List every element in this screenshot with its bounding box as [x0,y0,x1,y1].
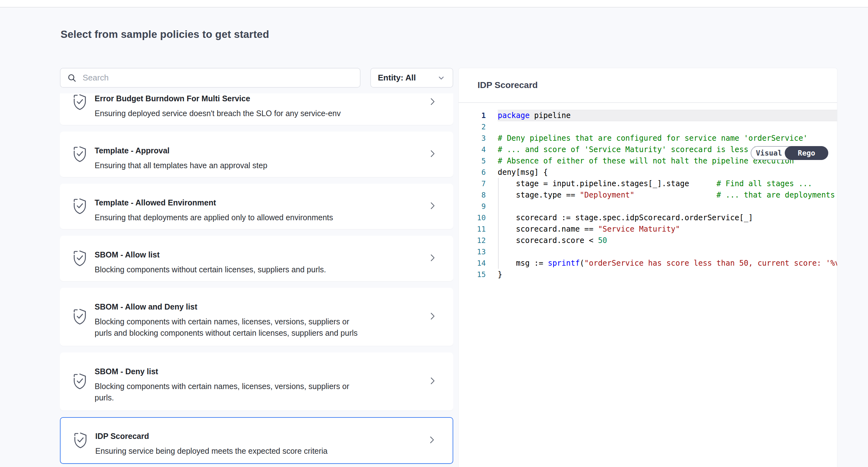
policy-card-title: IDP Scorecard [95,431,421,441]
line-number: 13 [459,246,486,258]
search-box [60,68,361,88]
policy-card-title: SBOM - Allow and Deny list [95,302,422,312]
code-line-content: msg := sprintf("orderService has score l… [498,258,837,269]
code-line-content: deny[msg] { [498,167,837,178]
policy-card[interactable]: IDP ScorecardEnsuring service being depl… [60,417,453,464]
policy-card-title: SBOM - Deny list [95,366,422,376]
code-line-content [498,246,837,258]
chevron-right-icon [427,311,437,322]
code-line-content: package pipeline [498,110,837,121]
policy-card-description: Blocking components without certain lice… [95,264,422,275]
search-icon [67,73,77,83]
policy-shield-icon [72,197,87,215]
line-number: 10 [459,212,486,224]
rego-code-editor: 1package pipeline23# Deny pipelines that… [459,103,837,280]
code-line: 14 msg := sprintf("orderService has scor… [459,258,837,269]
code-line: 1package pipeline [459,110,837,121]
code-line: 3# Deny pipelines that are configured fo… [459,133,837,144]
sample-policies-page: Select from sample policies to get start… [0,0,868,467]
policy-card[interactable]: SBOM - Deny listBlocking components with… [60,352,453,410]
entity-filter-label: Entity: All [378,73,416,83]
policy-card-description: Ensuring that deployments are applied on… [95,212,422,223]
policy-card-description: Ensuring service being deployed meets th… [95,445,421,457]
page-title: Select from sample policies to get start… [61,28,269,40]
policy-card-description: Ensuring that all templates have an appr… [95,160,422,171]
chevron-right-icon [427,149,437,160]
policy-card[interactable]: SBOM - Allow listBlocking components wit… [60,236,453,281]
toggle-option-visual[interactable]: Visual [751,147,786,159]
code-line-content: } [498,269,837,280]
line-number: 1 [459,110,486,121]
policy-shield-icon [72,249,87,268]
policy-card-title: Error Budget Burndown For Multi Service [95,93,422,104]
line-number: 2 [459,121,486,133]
chevron-right-icon [427,201,437,212]
line-number: 15 [459,269,486,280]
chevron-down-icon [437,74,446,82]
chevron-right-icon [427,435,437,446]
policy-card-title: SBOM - Allow list [95,250,422,260]
line-number: 4 [459,144,486,155]
code-line: 10 scorecard := stage.spec.idpScorecard.… [459,212,837,224]
policy-shield-icon [72,372,87,391]
code-line: 6deny[msg] { [459,167,837,178]
code-line: 12 scorecard.score < 50 [459,235,837,246]
chevron-right-icon [427,96,437,108]
line-number: 7 [459,178,486,189]
code-line-content: scorecard.name == "Service Maturity" [498,224,837,235]
policy-card-description: Blocking components with certain names, … [95,381,422,403]
policy-shield-icon [72,145,87,164]
code-line-content [498,121,837,133]
policy-list: Error Budget Burndown For Multi ServiceE… [60,93,453,467]
top-bar [0,0,868,7]
code-line: 15} [459,269,837,280]
policy-preview-panel: IDP Scorecard 1package pipeline23# Deny … [458,68,837,467]
line-number: 12 [459,235,486,246]
code-line: 9 [459,201,837,212]
policy-shield-icon [72,308,87,326]
line-number: 6 [459,167,486,178]
line-number: 9 [459,201,486,212]
panel-title: IDP Scorecard [459,68,837,103]
chevron-right-icon [427,253,437,264]
entity-filter-dropdown[interactable]: Entity: All [370,68,453,88]
toggle-option-rego[interactable]: Rego [785,146,828,160]
line-number: 11 [459,224,486,235]
line-number: 14 [459,258,486,269]
search-input[interactable] [82,72,353,83]
code-line-content: scorecard.score < 50 [498,235,837,246]
code-line: 7 stage = input.pipeline.stages[_].stage… [459,178,837,189]
policy-card-title: Template - Approval [95,145,422,155]
code-line-content: # Deny pipelines that are configured for… [498,133,837,144]
chevron-right-icon [427,376,437,387]
code-line: 8 stage.type == "Deployment" # ... that … [459,189,837,201]
line-number: 8 [459,189,486,201]
code-line-content [498,201,837,212]
policy-shield-icon [72,93,87,111]
visual-rego-toggle: Visual Rego [751,146,828,160]
line-number: 3 [459,133,486,144]
code-line-content: scorecard := stage.spec.idpScorecard.ord… [498,212,837,224]
code-line: 2 [459,121,837,133]
code-line-content: stage = input.pipeline.stages[_].stage #… [498,178,837,189]
policy-shield-icon [73,431,88,450]
code-line: 11 scorecard.name == "Service Maturity" [459,224,837,235]
policy-card-description: Ensuring deployed service doesn't breach… [95,108,422,119]
policy-card[interactable]: Template - Allowed EnvironmentEnsuring t… [60,184,453,229]
policy-card-description: Blocking components with certain names, … [95,316,422,339]
code-line: 13 [459,246,837,258]
policy-card[interactable]: Error Budget Burndown For Multi ServiceE… [60,93,453,125]
policy-card[interactable]: SBOM - Allow and Deny listBlocking compo… [60,288,453,346]
line-number: 5 [459,155,486,167]
policy-card[interactable]: Template - ApprovalEnsuring that all tem… [60,132,453,177]
policy-card-title: Template - Allowed Environment [95,198,422,208]
code-line-content: stage.type == "Deployment" # ... that ar… [498,189,837,201]
